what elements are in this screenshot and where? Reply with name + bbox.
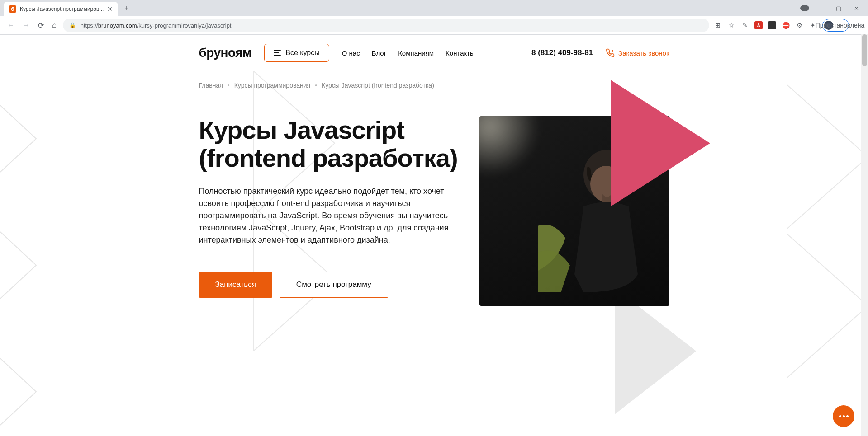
all-courses-button[interactable]: Все курсы [264, 44, 329, 62]
hero-description: Полностью практический курс идеально под… [199, 185, 461, 246]
site-header: бруноям Все курсы О нас Блог Компаниям К… [199, 35, 669, 71]
extension-icons: ⊞ ☆ ✎ A ⛔ ⚙ ✦ Приостановлена ⋮ [714, 19, 863, 32]
main-nav: О нас Блог Компаниям Контакты [342, 49, 475, 57]
breadcrumb-home[interactable]: Главная [199, 82, 223, 89]
scrollbar[interactable] [861, 35, 868, 436]
logo[interactable]: бруноям [199, 46, 252, 60]
window-maximize-icon[interactable]: ▢ [831, 2, 846, 14]
view-program-button[interactable]: Смотреть программу [280, 272, 388, 298]
pink-triangle-icon [611, 80, 719, 206]
svg-marker-5 [615, 288, 696, 414]
burger-icon [274, 50, 281, 56]
breadcrumb-separator: • [228, 82, 230, 89]
profile-status: Приостановлена [836, 21, 844, 29]
breadcrumb-current: Курсы Javascript (frontend разработка) [322, 82, 434, 89]
page-title: Курсы Javascript (frontend разработка) [199, 116, 461, 172]
kebab-menu-icon[interactable]: ⋮ [854, 21, 863, 29]
breadcrumb-courses[interactable]: Курсы программирования [234, 82, 310, 89]
scrollbar-thumb[interactable] [862, 35, 867, 66]
ext-dark-icon[interactable] [768, 21, 776, 29]
svg-marker-1 [0, 206, 36, 324]
enroll-button[interactable]: Записаться [199, 272, 272, 298]
browser-chrome: б Курсы Javascript программиров... ✕ + —… [0, 0, 868, 35]
tab-close-icon[interactable]: ✕ [107, 5, 113, 13]
tab-bar: б Курсы Javascript программиров... ✕ + —… [0, 0, 868, 16]
ext-adblock-icon[interactable]: ⛔ [782, 21, 790, 29]
eyedropper-icon[interactable]: ✎ [741, 21, 749, 29]
hero-actions: Записаться Смотреть программу [199, 272, 461, 298]
tab-title: Курсы Javascript программиров... [20, 6, 104, 12]
nav-back-icon[interactable]: ← [5, 19, 16, 31]
svg-marker-2 [0, 333, 36, 436]
nav-contacts[interactable]: Контакты [446, 49, 475, 57]
browser-tab[interactable]: б Курсы Javascript программиров... ✕ [4, 2, 118, 16]
svg-marker-7 [787, 234, 868, 378]
hero-section: Курсы Javascript (frontend разработка) П… [199, 116, 669, 306]
address-bar: ← → ⟳ ⌂ 🔒 https://brunoyam.com/kursy-pro… [0, 16, 868, 34]
hero-text: Курсы Javascript (frontend разработка) П… [199, 116, 461, 306]
url-field[interactable]: 🔒 https://brunoyam.com/kursy-programmiro… [63, 19, 709, 32]
nav-about[interactable]: О нас [342, 49, 360, 57]
url-text: https://brunoyam.com/kursy-programmirova… [81, 22, 232, 29]
sync-status-icon[interactable] [800, 5, 809, 11]
breadcrumbs: Главная • Курсы программирования • Курсы… [199, 82, 669, 89]
svg-marker-0 [0, 80, 36, 197]
nav-blog[interactable]: Блог [372, 49, 386, 57]
profile-badge[interactable]: Приостановлена [822, 19, 849, 32]
nav-forward-icon[interactable]: → [21, 19, 32, 31]
favicon-icon: б [9, 5, 16, 13]
hero-media [479, 116, 669, 306]
svg-marker-9 [611, 80, 710, 206]
svg-point-8 [612, 50, 613, 52]
new-tab-button[interactable]: + [120, 2, 133, 14]
ext-gear-icon[interactable]: ⚙ [795, 21, 803, 29]
header-right: 8 (812) 409-98-81 Заказать звонок [531, 48, 669, 57]
callback-label: Заказать звонок [618, 49, 669, 57]
nav-companies[interactable]: Компаниям [398, 49, 434, 57]
page-content: бруноям Все курсы О нас Блог Компаниям К… [0, 35, 868, 436]
nav-reload-icon[interactable]: ⟳ [36, 19, 46, 32]
phone-number[interactable]: 8 (812) 409-98-81 [531, 48, 593, 57]
all-courses-label: Все курсы [285, 49, 319, 57]
phone-callback-icon [606, 48, 615, 57]
adobe-ext-icon[interactable]: A [754, 21, 763, 29]
chat-fab-button[interactable] [833, 405, 854, 427]
lock-icon: 🔒 [69, 22, 76, 28]
breadcrumb-separator: • [315, 82, 317, 89]
svg-marker-6 [787, 84, 868, 229]
window-controls: — ▢ ✕ [800, 2, 868, 14]
nav-home-icon[interactable]: ⌂ [50, 19, 58, 31]
bookmark-star-icon[interactable]: ☆ [727, 21, 735, 29]
window-close-icon[interactable]: ✕ [849, 2, 863, 14]
window-minimize-icon[interactable]: — [813, 2, 828, 14]
qr-icon[interactable]: ⊞ [714, 21, 722, 29]
callback-link[interactable]: Заказать звонок [606, 48, 669, 57]
